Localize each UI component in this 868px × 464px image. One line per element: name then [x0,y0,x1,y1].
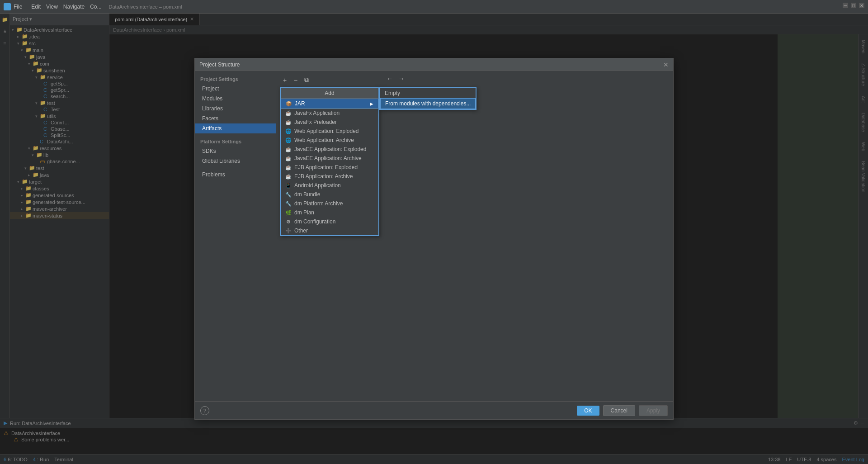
nav-sdks[interactable]: SDKs [195,146,276,156]
add-dropdown-container: Add 📦 JAR ▶ ☕ JavaFx Application [280,87,379,236]
dropdown-android[interactable]: 📱 Android Application [281,181,378,190]
dm-plan-icon: 🌿 [285,210,292,216]
javafx-preloader-icon: ☕ [285,119,292,125]
modal-toolbar: + − ⧉ [280,75,670,87]
jar-icon: 📦 [286,101,292,107]
dropdown-web-archive-label: Web Application: Archive [294,137,354,143]
add-button[interactable]: + [280,75,290,85]
android-icon: 📱 [285,183,292,189]
dropdown-ejb-exploded-label: EJB Application: Exploded [294,164,358,170]
dropdown-ejb-archive[interactable]: ☕ EJB Application: Archive [281,172,378,181]
help-button[interactable]: ? [200,406,209,415]
modal-main-content: + − ⧉ ← → Add 📦 [276,71,673,401]
jar-submenu-arrow: ▶ [370,101,373,106]
project-settings-label: Project Settings [195,75,276,84]
javaee-exploded-icon: ☕ [285,147,292,152]
dropdown-javaee-exploded-label: JavaEE Application: Exploded [294,146,366,152]
dropdown-web-archive[interactable]: 🌐 Web Application: Archive [281,136,378,145]
dropdown-dm-bundle-label: dm Bundle [294,191,320,198]
apply-button[interactable]: Apply [639,405,668,416]
dropdown-dm-bundle[interactable]: 🔧 dm Bundle [281,190,378,199]
problems-section: Problems [195,170,276,180]
dropdown-dm-platform-label: dm Platform Archive [294,200,343,207]
nav-artifacts[interactable]: Artifacts [195,123,276,133]
dropdown-javaee-exploded[interactable]: ☕ JavaEE Application: Exploded [281,145,378,154]
cancel-button[interactable]: Cancel [603,405,635,416]
ide-workspace: File Edit View Navigate Co... DataArchiv… [0,0,868,464]
ejb-exploded-icon: ☕ [285,165,292,170]
nav-arrows: ← → [385,74,406,84]
dropdown-dm-config-label: dm Configuration [294,218,335,225]
modal-sidebar: Project Settings Project Modules Librari… [195,71,276,401]
dropdown-jar[interactable]: 📦 JAR ▶ [281,99,378,109]
web-archive-icon: 🌐 [285,137,292,143]
jar-submenu: Empty From modules with dependencies... [379,87,476,110]
jar-empty[interactable]: Empty [380,88,476,98]
back-button[interactable]: ← [385,74,395,84]
modal-titlebar: Project Structure ✕ [195,58,673,71]
web-exploded-icon: 🌐 [285,128,292,134]
window-controls: ─ □ ✕ [843,3,864,8]
app-logo [4,3,11,10]
forward-button[interactable]: → [396,74,406,84]
modal-body: Project Settings Project Modules Librari… [195,71,673,401]
project-breadcrumb: DataArchivesInterface – pom.xml [109,4,182,9]
platform-settings-section: Platform Settings SDKs Global Libraries [195,137,276,166]
project-structure-dialog: Project Structure ✕ Project Settings Pro… [194,58,674,420]
javaee-archive-icon: ☕ [285,156,292,161]
menu-navigate[interactable]: Navigate [63,4,85,10]
menu-more[interactable]: Co... [90,4,101,10]
nav-global-libraries[interactable]: Global Libraries [195,156,276,166]
javafx-app-icon: ☕ [285,110,292,116]
maximize-button[interactable]: □ [851,3,856,8]
modal-overlay: Project Structure ✕ Project Settings Pro… [0,14,868,464]
dropdown-dm-plan-label: dm Plan [294,209,314,216]
dropdown-javafx-app-label: JavaFx Application [294,110,340,116]
copy-button[interactable]: ⧉ [302,75,311,85]
jar-from-modules[interactable]: From modules with dependencies... [380,98,476,109]
dm-bundle-icon: 🔧 [285,192,292,198]
menu-view[interactable]: View [46,4,58,10]
modal-close-button[interactable]: ✕ [663,61,669,68]
ok-button[interactable]: OK [577,406,599,416]
dropdown-jar-label: JAR [295,100,305,107]
dm-config-icon: ⚙ [285,219,292,225]
dropdown-dm-platform[interactable]: 🔧 dm Platform Archive [281,199,378,208]
nav-modules[interactable]: Modules [195,94,276,104]
modal-title-text: Project Structure [199,62,663,68]
dropdown-dm-plan[interactable]: 🌿 dm Plan [281,208,378,217]
dropdown-other[interactable]: ➕ Other [281,226,378,235]
dropdown-javafx-app[interactable]: ☕ JavaFx Application [281,109,378,118]
add-dropdown: Add 📦 JAR ▶ ☕ JavaFx Application [280,87,379,236]
minimize-button[interactable]: ─ [843,3,848,8]
remove-button[interactable]: − [291,75,301,85]
dropdown-web-exploded-label: Web Application: Exploded [294,128,359,134]
dropdown-ejb-archive-label: EJB Application: Archive [294,173,353,180]
add-dropdown-header: Add [281,88,378,99]
app-menu-file[interactable]: File [14,4,22,10]
dropdown-web-exploded[interactable]: 🌐 Web Application: Exploded [281,127,378,136]
dropdown-javaee-archive-label: JavaEE Application: Archive [294,155,362,161]
nav-facets[interactable]: Facets [195,114,276,123]
nav-problems[interactable]: Problems [195,170,276,180]
dropdown-javafx-preloader-label: JavaFx Preloader [294,119,337,125]
menubar: File Edit View Navigate Co... DataArchiv… [0,0,868,14]
dropdown-ejb-exploded[interactable]: ☕ EJB Application: Exploded [281,163,378,172]
dropdown-dm-config[interactable]: ⚙ dm Configuration [281,217,378,226]
menu-items: Edit View Navigate Co... [31,4,101,10]
platform-settings-label: Platform Settings [195,137,276,146]
dropdown-javafx-preloader[interactable]: ☕ JavaFx Preloader [281,118,378,127]
close-button[interactable]: ✕ [859,3,864,8]
ejb-archive-icon: ☕ [285,174,292,180]
menu-edit[interactable]: Edit [31,4,41,10]
dm-platform-icon: 🔧 [285,201,292,207]
other-icon: ➕ [285,228,292,234]
nav-libraries[interactable]: Libraries [195,104,276,114]
nav-project[interactable]: Project [195,84,276,94]
modal-footer: ? OK Cancel Apply [195,401,673,419]
dropdown-other-label: Other [294,227,308,234]
dropdown-javaee-archive[interactable]: ☕ JavaEE Application: Archive [281,154,378,163]
jar-submenu-container: Empty From modules with dependencies... [379,87,476,110]
dropdown-android-label: Android Application [294,182,341,189]
